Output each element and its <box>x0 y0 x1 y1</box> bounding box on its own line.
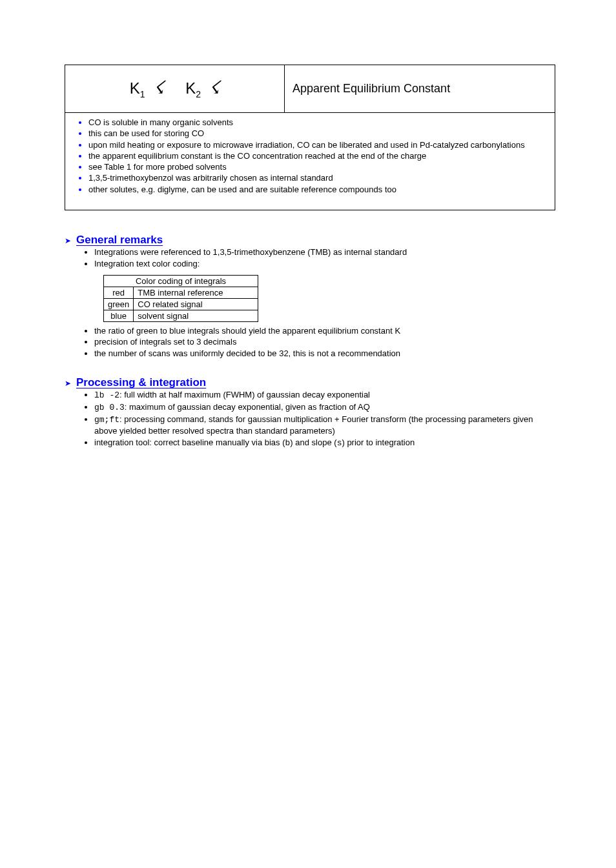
table-row: redTMB internal reference <box>104 287 258 298</box>
list-item: integration tool: correct baseline manua… <box>94 438 555 449</box>
section-title: Processing & integration <box>76 376 206 389</box>
equation-cell: K1 ☇ K2 ☇ <box>65 65 285 113</box>
table-row: bluesolvent signal <box>104 310 258 321</box>
section-title: General remarks <box>76 234 163 247</box>
list-item: precision of integrals set to 3 decimals <box>94 337 555 348</box>
lightning-icon: ☇ <box>209 77 220 98</box>
lightning-icon: ☇ <box>154 77 164 98</box>
list-item: upon mild heating or exposure to microwa… <box>88 140 543 150</box>
chevron-right-icon: ➤ <box>65 236 71 245</box>
list-item: see Table 1 for more probed solvents <box>88 162 543 172</box>
list-item: CO is soluble in many organic solvents <box>88 117 543 128</box>
list-item: Integration text color coding: <box>94 259 555 270</box>
list-item: the ratio of green to blue integrals sho… <box>94 326 555 337</box>
equilibrium-panel: K1 ☇ K2 ☇ Apparent Equilibrium Constant … <box>65 65 555 210</box>
k1-symbol: K1 <box>130 79 145 97</box>
list-item: lb -2: full width at half maximum (FWHM)… <box>94 390 555 401</box>
section-processing-integration: ➤ Processing & integration lb -2: full w… <box>65 376 555 449</box>
section-general-remarks: ➤ General remarks Integrations were refe… <box>65 234 555 359</box>
k2-symbol: K2 <box>185 79 201 97</box>
chevron-right-icon: ➤ <box>65 379 71 388</box>
list-item: gm;ft: processing command, stands for ga… <box>94 414 555 437</box>
list-item: other solutes, e.g. diglyme, can be used… <box>88 185 543 195</box>
list-item: the apparent equilibrium constant is the… <box>88 151 543 161</box>
list-item: this can be used for storing CO <box>88 128 543 139</box>
table-row: greenCO related signal <box>104 298 258 310</box>
panel-bullet-list: CO is soluble in many organic solvents t… <box>77 117 543 195</box>
list-item: Integrations were referenced to 1,3,5-tr… <box>94 247 555 258</box>
section-bullet-list: the ratio of green to blue integrals sho… <box>65 326 555 360</box>
section-bullet-list: Integrations were referenced to 1,3,5-tr… <box>65 247 555 270</box>
panel-body: CO is soluble in many organic solvents t… <box>65 113 555 210</box>
list-item: gb 0.3: maximum of gaussian decay expone… <box>94 402 555 414</box>
list-item: the number of scans was uniformly decide… <box>94 348 555 359</box>
page-content: ➤ General remarks Integrations were refe… <box>65 234 555 449</box>
color-coding-table: Color coding of integrals redTMB interna… <box>103 275 258 322</box>
table-header: Color coding of integrals <box>104 275 258 287</box>
list-item: 1,3,5-trimethoxybenzol was arbitrarily c… <box>88 173 543 183</box>
panel-header-row: K1 ☇ K2 ☇ Apparent Equilibrium Constant <box>65 65 555 113</box>
panel-heading: Apparent Equilibrium Constant <box>285 65 555 113</box>
section-bullet-list: lb -2: full width at half maximum (FWHM)… <box>65 390 555 449</box>
